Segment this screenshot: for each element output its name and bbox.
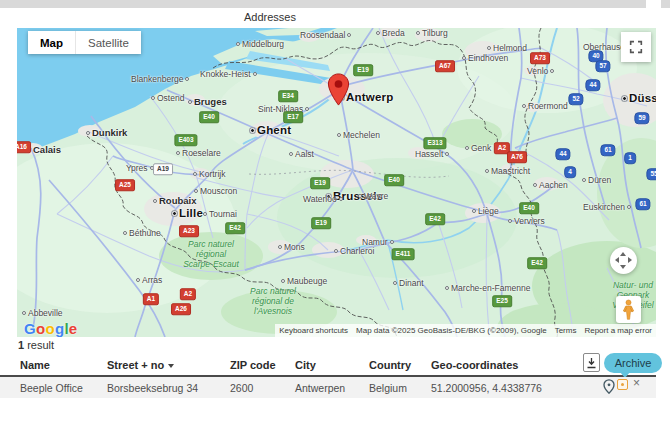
city-name: Middelburg xyxy=(242,39,284,49)
google-logo-letter: G xyxy=(24,320,36,337)
map-city-label: Maastricht xyxy=(485,166,530,176)
city-dot-icon xyxy=(416,31,420,35)
city-name: Genk xyxy=(471,143,491,153)
city-dot-icon xyxy=(508,219,512,223)
row-city: Antwerpen xyxy=(295,382,345,394)
delete-row-button[interactable]: × xyxy=(633,377,640,389)
map-city-label: Mechelen xyxy=(337,130,380,140)
map-city-label: Düren xyxy=(582,175,611,185)
pan-left-icon xyxy=(615,257,619,263)
map-type-map-button[interactable]: Map xyxy=(28,31,75,54)
archive-row-button[interactable] xyxy=(617,379,628,390)
pan-up-icon xyxy=(620,252,626,256)
city-name: Hasselt xyxy=(415,149,443,159)
fullscreen-button[interactable] xyxy=(621,32,651,62)
map-canvas[interactable]: AntwerpGhentBrusselsLilleDüsseldorfDunki… xyxy=(17,28,656,337)
road-badge: A23 xyxy=(179,225,199,237)
map-city-label: Ghent xyxy=(250,124,291,136)
app-window: Addresses xyxy=(0,0,670,431)
city-dot-icon xyxy=(582,178,586,182)
map-city-label: Düsseldorf xyxy=(622,92,656,104)
road-badge: A76 xyxy=(507,151,527,163)
map-city-label: Calais xyxy=(27,144,61,155)
row-street: Borsbeeksebrug 34 xyxy=(107,382,198,394)
map-park-label: Parc naturelrégionalScarpe-Escaut xyxy=(183,239,239,269)
terms-link[interactable]: Terms xyxy=(551,324,581,337)
city-dot-icon xyxy=(622,96,627,101)
map-city-label: Dunkirk xyxy=(86,127,127,138)
city-name: Kortrijk xyxy=(199,169,225,179)
city-name: Tilburg xyxy=(422,28,448,38)
road-badge: E42 xyxy=(527,257,547,269)
road-badge: 4 xyxy=(564,166,576,178)
locate-pin-button[interactable] xyxy=(603,379,615,394)
map-city-label: Hasselt xyxy=(415,149,449,159)
road-badge: E19 xyxy=(353,64,373,76)
city-dot-icon xyxy=(358,194,362,198)
map-city-label: Charleroi xyxy=(334,246,375,256)
city-dot-icon xyxy=(151,96,155,100)
city-name: Roosendaal xyxy=(300,30,345,40)
header-street[interactable]: Street + no xyxy=(107,359,174,371)
map-city-label: Tournai xyxy=(203,209,237,219)
keyboard-shortcuts-link[interactable]: Keyboard shortcuts xyxy=(275,324,352,337)
city-dot-icon xyxy=(289,152,293,156)
city-dot-icon xyxy=(136,278,140,282)
scrollbar-corner xyxy=(661,0,670,8)
map-city-label: Mouscron xyxy=(194,186,237,196)
row-country: Belgium xyxy=(369,382,407,394)
road-badge: E19 xyxy=(310,177,330,189)
city-name: Dinant xyxy=(399,278,424,288)
page-title: Addresses xyxy=(0,11,540,23)
city-dot-icon xyxy=(465,146,469,150)
map-city-label: Marche-en-Famenne xyxy=(445,283,530,293)
city-name: Charleroi xyxy=(340,246,375,256)
city-dot-icon xyxy=(86,131,90,135)
map-type-satellite-button[interactable]: Satellite xyxy=(75,31,141,54)
download-button[interactable] xyxy=(583,353,600,372)
city-name: Euskirchen xyxy=(583,202,625,212)
header-zip[interactable]: ZIP code xyxy=(230,359,276,371)
map-city-label: Maubeuge xyxy=(281,276,327,286)
pan-control[interactable] xyxy=(610,247,637,274)
map-city-label: Béthune xyxy=(123,228,161,238)
pegman-control[interactable] xyxy=(616,296,641,323)
road-badge: E40 xyxy=(199,111,219,123)
map-city-label: Bruges xyxy=(188,96,227,107)
header-geo[interactable]: Geo-coordinates xyxy=(431,359,518,371)
map-city-label: Middelburg xyxy=(236,39,284,49)
row-zip: 2600 xyxy=(230,382,253,394)
city-name: Aachen xyxy=(539,180,568,190)
city-dot-icon xyxy=(627,205,631,209)
table-row[interactable]: Beeple Office Borsbeeksebrug 34 2600 Ant… xyxy=(0,377,656,398)
road-badge: 44 xyxy=(585,79,600,91)
city-name: Knokke-Heist xyxy=(200,69,251,79)
header-city[interactable]: City xyxy=(295,359,316,371)
city-name: Abbeville xyxy=(28,308,63,318)
result-count: 1 result xyxy=(18,339,54,351)
pan-right-icon xyxy=(628,257,632,263)
map-city-label: Roubaix xyxy=(153,195,196,206)
road-badge: 55 xyxy=(646,168,656,180)
road-badge: E403 xyxy=(174,134,197,146)
road-badge: E42 xyxy=(225,222,245,234)
google-logo-letter: g xyxy=(55,320,64,337)
map-city-label: Genk xyxy=(465,143,491,153)
road-badge: 44 xyxy=(555,148,570,160)
map-marker-pin[interactable] xyxy=(327,73,350,106)
city-name: Blankenberge xyxy=(131,74,183,84)
city-name: Venlo xyxy=(527,66,548,76)
header-name[interactable]: Name xyxy=(20,359,50,371)
city-dot-icon xyxy=(487,46,491,50)
city-name: Eindhoven xyxy=(468,53,508,63)
city-dot-icon xyxy=(550,69,554,73)
map-data-text: Map data ©2025 GeoBasis-DE/BKG (©2009), … xyxy=(352,324,551,337)
horizontal-scrollbar[interactable] xyxy=(0,0,646,8)
google-logo[interactable]: Google xyxy=(24,320,78,337)
map-city-label: Abbeville xyxy=(22,308,63,318)
road-badge: E34 xyxy=(278,90,298,102)
map-city-label: Mons xyxy=(278,242,305,252)
report-map-error-link[interactable]: Report a map error xyxy=(580,324,656,337)
header-country[interactable]: Country xyxy=(369,359,411,371)
city-dot-icon xyxy=(176,151,180,155)
